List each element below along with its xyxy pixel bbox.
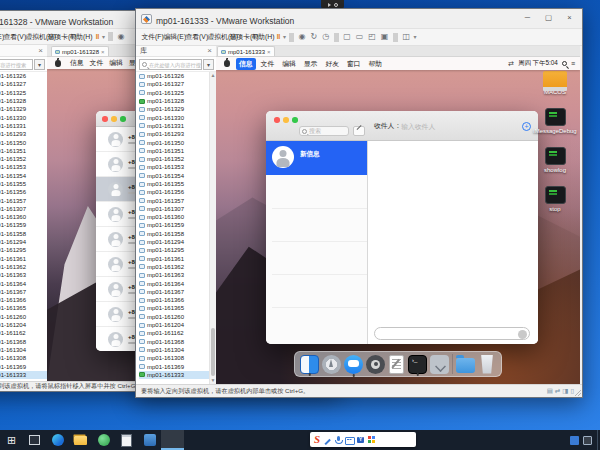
mic-icon[interactable] [334, 436, 342, 444]
messages-dock-icon[interactable] [344, 355, 363, 374]
vm-list-item[interactable]: mp01-161162 [139, 329, 209, 337]
finder-dock-icon[interactable] [300, 355, 319, 374]
sep[interactable] [334, 33, 339, 42]
vm-list-item[interactable]: mp01-161366 [0, 296, 47, 304]
system-preferences-dock-icon[interactable] [366, 355, 385, 374]
vm-list-item[interactable]: mp01-161333 [139, 371, 209, 379]
clock-snapshot-icon[interactable]: ◷ [320, 33, 332, 41]
toolbox-icon[interactable] [356, 436, 364, 444]
tab-close-icon[interactable]: × [101, 49, 105, 55]
vm-list-item[interactable]: mp01-161326 [139, 72, 209, 80]
vm-list-item[interactable]: mp01-161366 [139, 296, 209, 304]
macos-menu-item[interactable]: 帮助 [366, 58, 386, 70]
archive-utility-dock-icon[interactable] [430, 355, 449, 374]
recipient-input[interactable] [401, 123, 522, 130]
vm-list-item[interactable]: mp01-161260 [139, 313, 209, 321]
vm-list-item[interactable]: mp01-161162 [0, 329, 47, 337]
start-button[interactable] [0, 430, 23, 450]
revert-snapshot-icon[interactable]: ↻ [308, 33, 320, 41]
tab-close-icon[interactable]: × [267, 49, 271, 55]
menu-item[interactable]: 帮助(H) [249, 32, 271, 42]
vm-list-item[interactable]: mp01-161293 [139, 130, 209, 138]
vm-list-item[interactable]: mp01-161351 [139, 147, 209, 155]
vm-list-item[interactable]: mp01-161365 [139, 304, 209, 312]
menu-item[interactable]: 虚拟机(M) [23, 32, 45, 42]
macos-menu-item[interactable]: 文件 [258, 58, 278, 70]
vm-list-item[interactable]: mp01-161325 [0, 89, 47, 97]
downloads-folder-dock-icon[interactable] [456, 358, 475, 373]
vm-list-item[interactable]: mp01-161355 [0, 180, 47, 188]
close-traffic-icon[interactable] [274, 117, 280, 123]
macos-menu-item[interactable]: 显示 [301, 58, 321, 70]
send-ctrl-alt-del-icon[interactable]: ◉ [115, 33, 127, 41]
vm-list-item[interactable]: mp01-161367 [0, 288, 47, 296]
vm-list-item[interactable]: mp01-161360 [139, 213, 209, 221]
tray-app-icon[interactable] [570, 436, 579, 445]
fullscreen-icon[interactable]: ◰ [366, 33, 379, 41]
messages-search-input[interactable] [307, 128, 348, 134]
vm-list-item[interactable]: mp01-161351 [0, 147, 47, 155]
vm-list-item[interactable]: mp01-161327 [0, 80, 47, 88]
library-close-icon[interactable]: × [38, 47, 43, 55]
vm-list-item[interactable]: mp01-161368 [0, 338, 47, 346]
textedit-dock-icon[interactable] [389, 355, 404, 374]
sep[interactable] [289, 33, 294, 42]
messages-search-field[interactable] [299, 126, 349, 136]
dropdown-caret-icon[interactable]: ▾ [412, 34, 417, 40]
vmware-window-front[interactable]: mp01-161333 - VMware Workstation ─▢× 文件(… [135, 8, 583, 398]
terminal-dock-icon[interactable] [408, 355, 427, 374]
vm-list-item[interactable]: mp01-161307 [0, 205, 47, 213]
vm-list-item[interactable]: mp01-161295 [0, 246, 47, 254]
vm-list-item[interactable]: mp01-161361 [0, 255, 47, 263]
vm-list-item[interactable]: mp01-161260 [0, 313, 47, 321]
unity-mode-icon[interactable]: ▣ [378, 33, 391, 41]
dropdown-caret-icon[interactable]: ▾ [101, 34, 106, 40]
library-search-input[interactable] [147, 62, 201, 68]
vm-list-item[interactable]: mp01-161353 [0, 163, 47, 171]
vm-list-item[interactable]: mp01-161369 [139, 362, 209, 370]
green-app-icon[interactable] [92, 430, 115, 450]
vmware-workstation-taskbar-icon[interactable] [161, 430, 184, 450]
macos-menu-item[interactable]: 好友 [322, 58, 342, 70]
macos-menu-item[interactable]: 窗口 [344, 58, 364, 70]
back-library-search[interactable] [0, 59, 33, 70]
vm-list-item[interactable]: mp01-161204 [0, 321, 47, 329]
pause-icon[interactable]: ‖ [93, 33, 101, 41]
vm-list-item[interactable]: mp01-161295 [139, 246, 209, 254]
vm-list-item[interactable]: mp01-161329 [139, 105, 209, 113]
vm-list-item[interactable]: mp01-161357 [139, 196, 209, 204]
dock-divider[interactable] [452, 354, 453, 374]
vm-list-item[interactable]: mp01-161367 [139, 288, 209, 296]
file-explorer-icon[interactable] [69, 430, 92, 450]
menu-item[interactable]: 帮助(H) [67, 32, 89, 42]
search-filter-dropdown[interactable]: ▾ [203, 59, 214, 70]
dropdown-caret-icon[interactable]: ▾ [282, 34, 287, 40]
vm-list-item[interactable]: mp01-161362 [0, 263, 47, 271]
front-library-search[interactable] [139, 59, 202, 70]
menu-item[interactable]: 编辑(E) [161, 32, 183, 42]
vm-list-item[interactable]: mp01-161294 [0, 238, 47, 246]
library-search-input[interactable] [0, 62, 32, 68]
close-traffic-icon[interactable] [102, 116, 108, 122]
vm-list-item[interactable]: mp01-161359 [0, 221, 47, 229]
vm-list-item[interactable]: mp01-161357 [0, 196, 47, 204]
add-contact-icon[interactable]: + [522, 122, 531, 131]
notification-center-icon[interactable]: ≡ [571, 60, 575, 67]
minimize-traffic-icon[interactable] [111, 116, 117, 122]
vm-list-item[interactable]: mp01-161307 [139, 205, 209, 213]
vm-list-item[interactable]: mp01-161365 [0, 304, 47, 312]
maximize-button[interactable]: ▢ [538, 11, 559, 25]
sep[interactable] [393, 33, 398, 42]
front-vm-tab[interactable]: mp01-161333 × [217, 46, 275, 56]
vm-list-item[interactable]: mp01-161327 [139, 80, 209, 88]
menu-item[interactable]: 选项卡(T) [227, 32, 249, 42]
conversation-item-selected[interactable]: 新信息 [266, 141, 367, 175]
macos-menu-item[interactable]: 编辑 [279, 58, 299, 70]
vm-list-item[interactable]: mp01-161330 [139, 113, 209, 121]
vm-list-item[interactable]: mp01-161368 [139, 338, 209, 346]
vm-list-item[interactable]: mp01-161328 [0, 97, 47, 105]
library-close-icon[interactable]: × [207, 47, 212, 55]
vm-list-item[interactable]: mp01-161369 [0, 362, 47, 370]
vm-list-item[interactable]: mp01-161325 [139, 89, 209, 97]
macos-menu-item[interactable]: 编辑 [106, 57, 126, 69]
